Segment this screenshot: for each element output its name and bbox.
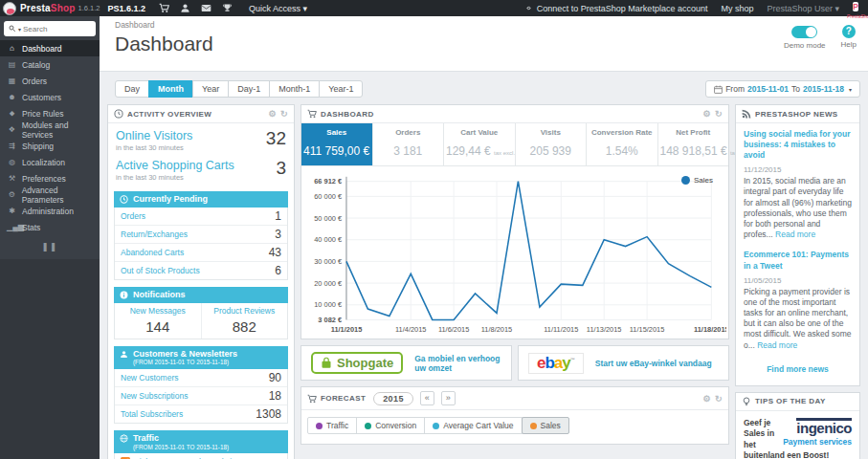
gear-icon[interactable]: ⚙ <box>703 109 711 119</box>
sidebar-item-price-rules[interactable]: ⬥Price Rules <box>0 105 100 121</box>
breadcrumb[interactable]: Dashboard <box>115 20 868 30</box>
gear-icon[interactable]: ⚙ <box>269 109 277 119</box>
customers-row-new-customers[interactable]: New Customers90 <box>115 369 287 387</box>
forecast-legend-traffic[interactable]: Traffic <box>307 417 357 434</box>
sidebar-collapse-button[interactable]: ❚❚ <box>0 242 100 251</box>
sidebar-item-preferences[interactable]: ⚒Preferences <box>0 170 100 186</box>
info-icon <box>120 291 128 299</box>
new-messages-stat[interactable]: New Messages144 <box>115 303 201 339</box>
sidebar-item-orders[interactable]: ▦Orders <box>0 73 100 89</box>
my-shop-link[interactable]: My shop <box>721 4 753 13</box>
sidebar-item-modules[interactable]: ❖Modules and Services <box>0 121 100 138</box>
tip-content: ingenico Payment services Geef je Sales … <box>736 411 859 459</box>
svg-text:11/4/2015: 11/4/2015 <box>395 325 426 334</box>
range-month-button[interactable]: Month <box>148 80 193 98</box>
page-title: Dashboard <box>115 33 868 55</box>
range-day-1-button[interactable]: Day-1 <box>228 80 270 98</box>
read-more-link[interactable]: Read more <box>757 340 797 350</box>
range-month-1-button[interactable]: Month-1 <box>269 80 320 98</box>
lightbulb-icon <box>742 397 751 406</box>
sidebar-item-stats[interactable]: ▁▄▆Stats <box>0 219 100 235</box>
active-carts-link[interactable]: Active Shopping Carts <box>116 159 286 172</box>
range-year-1-button[interactable]: Year-1 <box>319 80 363 98</box>
kpi-visits[interactable]: Visits205 939 <box>515 123 587 165</box>
sidebar-item-shipping[interactable]: ⇶Shipping <box>0 138 100 154</box>
google-analytics-link-row[interactable]: Link to your Google Analytics account <box>114 453 288 459</box>
pending-row-out-of-stock[interactable]: Out of Stock Products6 <box>115 262 287 279</box>
user-avatar[interactable]: P PrestaShop <box>853 1 866 16</box>
cart-icon[interactable] <box>159 3 169 13</box>
average-cart-value-dot <box>433 423 439 429</box>
svg-text:66 912 €: 66 912 € <box>314 177 342 186</box>
online-visitors-value: 32 <box>266 128 286 149</box>
customers-row-new-subscriptions[interactable]: New Subscriptions18 <box>115 387 287 405</box>
forecast-year[interactable]: 2015 <box>373 392 413 405</box>
online-visitors-link[interactable]: Online Visitors <box>116 129 286 142</box>
search-scope-caret[interactable]: ▾ <box>18 26 21 33</box>
marketplace-connect-link[interactable]: Connect to PrestaShop Marketplace accoun… <box>524 4 708 13</box>
stats-icon: ▁▄▆ <box>7 223 17 231</box>
news-panel-title: PrestaShop News <box>755 110 838 119</box>
forecast-legend-average-cart-value[interactable]: Average Cart Value <box>424 417 522 434</box>
main-content: Dashboard Dashboard Demo mode ? Help Day… <box>100 16 868 459</box>
search-input[interactable] <box>23 25 78 33</box>
help-icon[interactable]: ? <box>842 25 856 38</box>
svg-text:11/8/2015: 11/8/2015 <box>481 325 512 334</box>
sidebar-search[interactable]: ▾ <box>4 21 96 36</box>
sidebar-item-administration[interactable]: ✱Administration <box>0 203 100 219</box>
customers-row-total-subscribers[interactable]: Total Subscribers1308 <box>115 405 287 423</box>
globe-icon <box>120 434 128 443</box>
ebay-promo-card[interactable]: ebay™ Start uw eBay-winkel vandaag <box>518 345 729 381</box>
news-article-title[interactable]: Using social media for your business: 4 … <box>744 129 852 161</box>
shopgate-promo-link[interactable]: Ga mobiel en verhoog uw omzet <box>414 354 501 373</box>
news-article-title[interactable]: Ecommerce 101: Payments in a Tweet <box>744 250 852 271</box>
sidebar-item-catalog[interactable]: ▤Catalog <box>0 56 100 73</box>
kpi-sales[interactable]: Sales411 759,00 € tax excl. <box>301 123 372 165</box>
kpi-cart-value[interactable]: Cart Value129,44 € tax excl. <box>443 123 515 165</box>
forecast-legend-conversion[interactable]: Conversion <box>356 417 425 434</box>
range-day-button[interactable]: Day <box>115 80 149 98</box>
person-icon <box>120 350 128 359</box>
sidebar-item-localization[interactable]: ◍Localization <box>0 154 100 170</box>
sidebar-item-customers[interactable]: ☻Customers <box>0 89 100 105</box>
read-more-link[interactable]: Read more <box>775 230 815 239</box>
kpi-net-profit[interactable]: Net Profit148 918,51 € tax excl. <box>657 123 729 165</box>
gear-icon[interactable]: ⚙ <box>703 394 711 404</box>
forecast-legend-sales[interactable]: Sales <box>522 417 569 434</box>
legend-dot <box>681 176 690 185</box>
kpi-conversion-rate[interactable]: Conversion Rate1.54% <box>586 123 657 165</box>
news-article: Ecommerce 101: Payments in a Tweet 11/05… <box>736 244 859 354</box>
plug-icon <box>524 4 533 12</box>
kpi-orders[interactable]: Orders3 181 <box>372 123 444 165</box>
sidebar-item-advanced-parameters[interactable]: ⚙Advanced Parameters <box>0 186 100 203</box>
pending-row-orders[interactable]: Orders1 <box>115 208 287 226</box>
orders-icon: ▦ <box>7 76 17 85</box>
user-icon[interactable] <box>180 3 190 13</box>
pending-row-abandoned-carts[interactable]: Abandoned Carts43 <box>115 244 287 262</box>
date-range-picker[interactable]: From 2015-11-01 To 2015-11-18 ▾ <box>705 80 860 98</box>
chart-legend[interactable]: Sales <box>681 176 713 185</box>
find-more-news-link[interactable]: Find more news <box>736 355 859 385</box>
envelope-icon[interactable] <box>201 3 211 13</box>
sales-chart-area: Sales 66 912 €60 000 €50 000 €40 000 €30… <box>301 166 728 339</box>
gears-icon: ⚙ <box>7 190 17 199</box>
help-label: Help <box>841 40 857 49</box>
date-range-buttons: Day Month Year Day-1 Month-1 Year-1 <box>115 80 363 98</box>
ebay-promo-link[interactable]: Start uw eBay-winkel vandaag <box>595 359 712 368</box>
forecast-prev-button[interactable]: « <box>420 391 434 405</box>
refresh-icon[interactable]: ↻ <box>715 394 723 404</box>
pending-row-returns[interactable]: Return/Exchanges3 <box>115 226 287 244</box>
refresh-icon[interactable]: ↻ <box>715 109 723 119</box>
forecast-next-button[interactable]: » <box>441 391 456 405</box>
product-reviews-stat[interactable]: Product Reviews882 <box>201 303 288 339</box>
shopgate-promo-card[interactable]: Shopgate Ga mobiel en verhoog uw omzet <box>300 345 512 381</box>
sidebar-item-dashboard[interactable]: ⌂Dashboard <box>0 40 100 56</box>
demo-mode-toggle[interactable] <box>791 26 817 38</box>
forecast-panel-title: Forecast <box>321 394 366 403</box>
trophy-icon[interactable] <box>222 3 233 13</box>
svg-text:30 000 €: 30 000 € <box>314 257 343 266</box>
quick-access-menu[interactable]: Quick Access ▾ <box>249 4 307 13</box>
range-year-button[interactable]: Year <box>192 80 229 98</box>
refresh-icon[interactable]: ↻ <box>280 109 288 119</box>
user-menu[interactable]: PrestaShop User ▾ <box>767 4 839 13</box>
